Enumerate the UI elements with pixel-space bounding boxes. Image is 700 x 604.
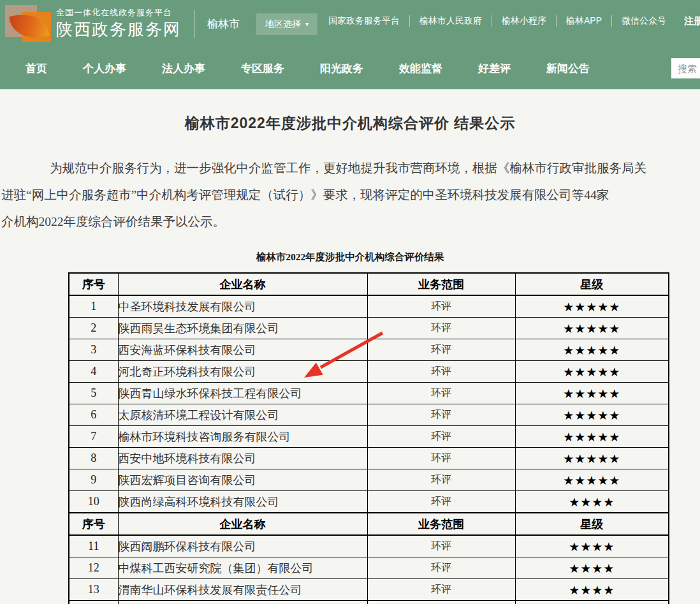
business-scope: 环评 [367, 491, 515, 513]
company-name: 西安中地环境科技有限公司 [118, 448, 367, 469]
column-header-scope: 业务范围 [367, 273, 515, 295]
announcement-content: 榆林市2022年度涉批中介机构综合评价 结果公示 为规范中介服务行为，进一步强化… [0, 114, 700, 604]
company-name: 陕西宏辉项目咨询有限公司 [118, 469, 367, 491]
business-scope: 环评 [367, 339, 515, 361]
table-row: 13 渭南华山环保科技发展有限责任公司 环评 ★★★★ [69, 579, 669, 601]
column-header-scope: 业务范围 [367, 513, 515, 535]
star-rating: ★★★★★ [515, 469, 669, 491]
star-rating: ★★★★ [515, 535, 669, 557]
table-row: 7 榆林市环境科技咨询服务有限公司 环评 ★★★★★ [69, 426, 669, 448]
table-row-highlighted: 4 河北奇正环境科技有限公司 环评 ★★★★★ [69, 361, 669, 383]
register-link[interactable]: 注册 [684, 15, 700, 27]
business-scope: 环评 [367, 295, 515, 318]
row-no: 12 [69, 557, 118, 579]
table-row-partially-visible [69, 601, 669, 604]
nav-item-efficiency[interactable]: 效能监督 [399, 61, 442, 76]
company-name: 陕西尚绿高科环境科技有限公司 [118, 491, 367, 513]
table-row: 6 太原核清环境工程设计有限公司 环评 ★★★★★ [69, 404, 669, 426]
business-scope: 环评 [367, 557, 515, 579]
company-name: 中煤科工西安研究院（集团）有限公司 [118, 557, 367, 579]
evaluation-results-table: 序号 企业名称 业务范围 星级 1 中圣环境科技发展有限公司 环评 ★★★★★ … [68, 272, 669, 604]
business-scope: 环评 [367, 448, 515, 469]
row-no: 10 [69, 491, 118, 513]
star-rating: ★★★★ [515, 579, 669, 601]
table-row: 3 西安海蓝环保科技有限公司 环评 ★★★★★ [69, 339, 669, 361]
row-no: 13 [69, 579, 118, 601]
business-scope: 环评 [367, 383, 515, 404]
page-title: 榆林市2022年度涉批中介机构综合评价 结果公示 [0, 114, 700, 133]
search-input[interactable] [671, 58, 700, 78]
nav-item-home[interactable]: 首页 [26, 61, 47, 76]
star-rating: ★★★★★ [515, 318, 669, 339]
company-name: 陕西青山绿水环保科技工程有限公司 [118, 383, 367, 404]
announcement-paragraph: 为规范中介服务行为，进一步强化中介监管工作，更好地提升我市营商环境，根据《榆林市… [0, 155, 700, 235]
table-row: 5 陕西青山绿水环保科技工程有限公司 环评 ★★★★★ [69, 383, 669, 404]
row-no: 1 [69, 295, 118, 318]
nav-item-corporate[interactable]: 法人办事 [162, 61, 205, 76]
column-header-stars: 星级 [515, 513, 669, 535]
star-rating: ★★★★★ [515, 361, 669, 383]
table-row: 8 西安中地环境科技有限公司 环评 ★★★★★ [69, 448, 669, 469]
table-row: 1 中圣环境科技发展有限公司 环评 ★★★★★ [69, 295, 669, 318]
column-header-name: 企业名称 [118, 273, 367, 295]
row-no: 6 [69, 404, 118, 426]
top-link-mini-program[interactable]: 榆林小程序 [492, 15, 546, 27]
company-name: 中圣环境科技发展有限公司 [118, 295, 367, 318]
star-rating: ★★★★★ [515, 426, 669, 448]
company-name: 河北奇正环境科技有限公司 [118, 361, 367, 383]
row-no: 11 [69, 535, 118, 557]
row-no: 4 [69, 361, 118, 383]
nav-item-zone-services[interactable]: 专区服务 [241, 61, 284, 76]
business-scope: 环评 [367, 404, 515, 426]
region-selector-label: 地区选择 [265, 18, 301, 30]
column-header-no: 序号 [69, 273, 118, 295]
business-scope: 环评 [367, 426, 515, 448]
company-name: 陕西雨昊生态环境集团有限公司 [118, 318, 367, 339]
site-name: 陕西政务服务网 [56, 19, 181, 40]
top-link-national-platform[interactable]: 国家政务服务平台 [328, 15, 400, 27]
star-rating: ★★★★★ [515, 448, 669, 469]
region-selector-button[interactable]: 地区选择 ▾ [256, 13, 317, 35]
table-row: 10 陕西尚绿高科环境科技有限公司 环评 ★★★★ [69, 491, 669, 513]
nav-item-rating[interactable]: 好差评 [478, 61, 511, 76]
row-no: 5 [69, 383, 118, 404]
paragraph-line: 进驻“网上中介服务超市”中介机构考评管理规定（试行）》要求，现将评定的中圣环境科… [0, 182, 700, 209]
nav-item-open-government[interactable]: 阳光政务 [320, 61, 363, 76]
current-city-label: 榆林市 [207, 17, 240, 31]
star-rating: ★★★★ [515, 557, 669, 579]
business-scope: 环评 [367, 535, 515, 557]
company-name: 渭南华山环保科技发展有限责任公司 [118, 579, 367, 601]
brand-text: 全国一体化在线政务服务平台 陕西政务服务网 [56, 8, 181, 40]
column-header-no: 序号 [69, 513, 118, 535]
row-no: 9 [69, 469, 118, 491]
paragraph-line: 介机构2022年度综合评价结果予以公示。 [0, 209, 700, 235]
row-no: 2 [69, 318, 118, 339]
star-rating: ★★★★★ [515, 404, 669, 426]
paragraph-line: 为规范中介服务行为，进一步强化中介监管工作，更好地提升我市营商环境，根据《榆林市… [0, 155, 700, 182]
company-name: 西安海蓝环保科技有限公司 [118, 339, 367, 361]
site-logo-icon [5, 4, 50, 44]
row-no: 8 [69, 448, 118, 469]
platform-label: 全国一体化在线政务服务平台 [56, 8, 181, 18]
star-rating: ★★★★★ [515, 295, 669, 318]
nav-item-personal[interactable]: 个人办事 [83, 61, 126, 76]
table-row: 11 陕西阔鹏环保科技有限公司 环评 ★★★★ [69, 535, 669, 557]
company-name: 陕西阔鹏环保科技有限公司 [118, 535, 367, 557]
table-header-row-repeat: 序号 企业名称 业务范围 星级 [69, 513, 669, 535]
business-scope: 环评 [367, 579, 515, 601]
top-links: 国家政务服务平台 榆林市人民政府 榆林小程序 榆林APP 微信公众号 [328, 15, 666, 27]
star-rating: ★★★★★ [515, 383, 669, 404]
chevron-down-icon: ▾ [305, 21, 309, 27]
company-name: 太原核清环境工程设计有限公司 [118, 404, 367, 426]
column-header-name: 企业名称 [118, 513, 367, 535]
company-name: 榆林市环境科技咨询服务有限公司 [118, 426, 367, 448]
nav-item-news[interactable]: 新闻公告 [546, 61, 590, 76]
business-scope: 环评 [367, 469, 515, 491]
table-row: 9 陕西宏辉项目咨询有限公司 环评 ★★★★★ [69, 469, 669, 491]
top-link-app[interactable]: 榆林APP [556, 15, 602, 27]
star-rating: ★★★★★ [515, 339, 669, 361]
top-link-wechat[interactable]: 微信公众号 [611, 15, 666, 27]
table-header-row: 序号 企业名称 业务范围 星级 [69, 273, 669, 295]
top-link-city-government[interactable]: 榆林市人民政府 [409, 15, 482, 27]
row-no: 7 [69, 426, 118, 448]
